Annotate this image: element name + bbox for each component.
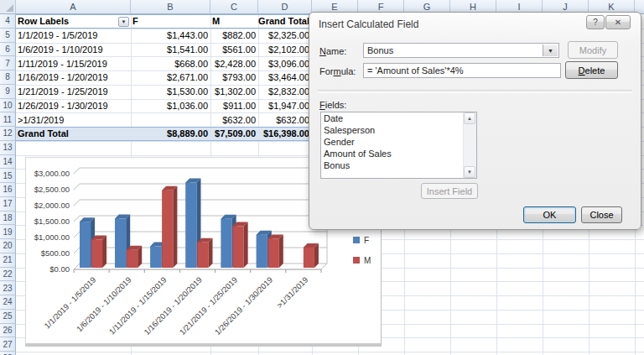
row-header-10[interactable]: 10 bbox=[0, 99, 16, 113]
pivot-header-m[interactable]: M bbox=[210, 15, 258, 28]
grand-total-total[interactable]: $16,398.00 bbox=[258, 128, 312, 140]
row-header-15[interactable]: 15 bbox=[0, 169, 16, 183]
pivot-cell-m[interactable]: $1,302.00 bbox=[210, 85, 258, 99]
listbox-scrollbar[interactable]: ▲ ▼ bbox=[463, 112, 476, 178]
pivot-row: 1/26/2019 - 1/30/2019$1,036.00$911.00$1,… bbox=[16, 99, 312, 113]
pivot-cell-total[interactable]: $632.00 bbox=[258, 112, 312, 127]
pivot-cell-f[interactable]: $1,036.00 bbox=[131, 99, 210, 113]
pivot-row-label[interactable]: >1/31/2019 bbox=[16, 112, 131, 127]
row-header-22[interactable]: 22 bbox=[0, 268, 16, 282]
pivot-header-f[interactable]: F bbox=[131, 15, 210, 28]
row-header-24[interactable]: 24 bbox=[0, 295, 16, 310]
svg-text:1/26/2019 - 1/30/2019: 1/26/2019 - 1/30/2019 bbox=[213, 275, 275, 337]
row-header-4[interactable]: 4 bbox=[0, 14, 16, 29]
pivot-cell-m[interactable]: $793.00 bbox=[210, 70, 258, 85]
row-header-28[interactable]: 28 bbox=[0, 352, 16, 355]
row-labels-text: Row Labels bbox=[18, 16, 69, 26]
formula-input[interactable]: = 'Amount of Sales'*4% bbox=[363, 63, 561, 78]
pivot-row-label[interactable]: 1/26/2019 - 1/30/2019 bbox=[16, 99, 131, 113]
row-headers: 4567891011121314151617181920212223242526… bbox=[0, 14, 16, 355]
row-header-5[interactable]: 5 bbox=[0, 29, 16, 43]
pivot-header-grand-total[interactable]: Grand Total bbox=[258, 15, 312, 28]
scroll-up-icon[interactable]: ▲ bbox=[464, 112, 475, 124]
pivot-row-label[interactable]: 1/1/2019 - 1/5/2019 bbox=[16, 29, 131, 43]
pivot-cell-total[interactable]: $2,102.00 bbox=[258, 43, 312, 57]
svg-text:1/21/2019 - 1/25/2019: 1/21/2019 - 1/25/2019 bbox=[178, 275, 240, 337]
column-header-C[interactable]: C bbox=[210, 0, 258, 14]
row-header-11[interactable]: 11 bbox=[0, 112, 16, 127]
help-icon[interactable]: ? bbox=[586, 15, 605, 29]
insert-field-button[interactable]: Insert Field bbox=[421, 183, 478, 199]
modify-button[interactable]: Modify bbox=[568, 41, 618, 59]
ok-button[interactable]: OK bbox=[523, 206, 576, 223]
row-header-16[interactable]: 16 bbox=[0, 183, 16, 197]
select-all-corner[interactable] bbox=[0, 0, 16, 14]
row-header-23[interactable]: 23 bbox=[0, 281, 16, 295]
column-header-A[interactable]: A bbox=[16, 0, 131, 14]
row-header-17[interactable]: 17 bbox=[0, 197, 16, 211]
pivot-cell-f[interactable]: $2,671.00 bbox=[131, 70, 210, 85]
pivot-cell-total[interactable]: $2,832.00 bbox=[258, 85, 312, 99]
name-label: Name: bbox=[319, 46, 346, 56]
grand-total-f[interactable]: $8,889.00 bbox=[131, 128, 210, 140]
pivot-cell-m[interactable]: $2,428.00 bbox=[210, 56, 258, 70]
pivot-cell-f[interactable]: $1,443.00 bbox=[131, 29, 210, 43]
pivot-row-label[interactable]: 1/16/2019 - 1/20/2019 bbox=[16, 70, 131, 85]
field-item-amount-of-sales[interactable]: Amount of Sales bbox=[321, 148, 464, 159]
pivot-row-label[interactable]: 1/21/2019 - 1/25/2019 bbox=[16, 85, 131, 99]
pivot-cell-total[interactable]: $3,464.00 bbox=[258, 70, 312, 85]
pivot-header-row-labels[interactable]: Row Labels ▼ bbox=[16, 15, 131, 28]
row-header-19[interactable]: 19 bbox=[0, 225, 16, 239]
pivot-cell-f[interactable]: $1,541.00 bbox=[131, 43, 210, 57]
pivot-cell-m[interactable]: $911.00 bbox=[210, 99, 258, 113]
row-header-7[interactable]: 7 bbox=[0, 56, 16, 70]
pivot-row: 1/11/2019 - 1/15/2019$668.00$2,428.00$3,… bbox=[16, 56, 312, 70]
row-header-25[interactable]: 25 bbox=[0, 310, 16, 324]
svg-text:>1/31/2019: >1/31/2019 bbox=[275, 275, 310, 311]
fields-listbox[interactable]: DateSalespersonGenderAmount of SalesBonu… bbox=[320, 112, 477, 179]
row-header-8[interactable]: 8 bbox=[0, 70, 16, 85]
row-header-20[interactable]: 20 bbox=[0, 239, 16, 253]
fields-label: Fields: bbox=[319, 100, 346, 110]
scroll-down-icon[interactable]: ▼ bbox=[464, 166, 475, 178]
row-header-12[interactable]: 12 bbox=[0, 127, 16, 141]
field-item-bonus[interactable]: Bonus bbox=[321, 159, 464, 171]
row-header-14[interactable]: 14 bbox=[0, 155, 16, 170]
row-header-13[interactable]: 13 bbox=[0, 141, 16, 155]
row-header-21[interactable]: 21 bbox=[0, 253, 16, 268]
field-item-salesperson[interactable]: Salesperson bbox=[321, 124, 464, 136]
chevron-down-icon[interactable]: ▼ bbox=[543, 44, 558, 56]
pivot-cell-total[interactable]: $1,947.00 bbox=[258, 99, 312, 113]
column-header-D[interactable]: D bbox=[258, 0, 312, 14]
delete-button[interactable]: Delete bbox=[565, 61, 618, 79]
row-header-6[interactable]: 6 bbox=[0, 43, 16, 57]
pivot-cell-m[interactable]: $561.00 bbox=[210, 43, 258, 57]
pivot-row: 1/16/2019 - 1/20/2019$2,671.00$793.00$3,… bbox=[16, 70, 312, 85]
row-header-26[interactable]: 26 bbox=[0, 324, 16, 338]
grand-total-m[interactable]: $7,509.00 bbox=[210, 128, 258, 140]
close-icon[interactable]: ✕ bbox=[605, 15, 631, 29]
svg-text:$1,000.00: $1,000.00 bbox=[34, 232, 70, 242]
pivot-cell-f[interactable]: $668.00 bbox=[131, 56, 210, 70]
field-item-gender[interactable]: Gender bbox=[321, 136, 464, 148]
row-header-9[interactable]: 9 bbox=[0, 85, 16, 99]
pivot-cell-total[interactable]: $2,325.00 bbox=[258, 29, 312, 43]
filter-dropdown-icon[interactable]: ▼ bbox=[118, 17, 129, 27]
svg-text:$0.00: $0.00 bbox=[49, 264, 70, 274]
field-item-date[interactable]: Date bbox=[321, 112, 464, 124]
pivot-cell-m[interactable]: $882.00 bbox=[210, 29, 258, 43]
row-header-18[interactable]: 18 bbox=[0, 211, 16, 226]
column-header-B[interactable]: B bbox=[131, 0, 210, 14]
svg-text:$2,500.00: $2,500.00 bbox=[34, 185, 70, 194]
svg-text:$1,500.00: $1,500.00 bbox=[34, 217, 70, 226]
row-header-27[interactable]: 27 bbox=[0, 337, 16, 352]
pivot-cell-f[interactable] bbox=[131, 112, 210, 127]
pivot-row-label[interactable]: 1/6/2019 - 1/10/2019 bbox=[16, 43, 131, 57]
name-combobox[interactable]: Bonus ▼ bbox=[363, 43, 559, 58]
pivot-cell-f[interactable]: $1,530.00 bbox=[131, 85, 210, 99]
close-button[interactable]: Close bbox=[581, 206, 622, 223]
pivot-cell-m[interactable]: $632.00 bbox=[210, 112, 258, 127]
grand-total-label[interactable]: Grand Total bbox=[16, 128, 131, 140]
pivot-row-label[interactable]: 1/11/2019 - 1/15/2019 bbox=[16, 56, 131, 70]
pivot-cell-total[interactable]: $3,096.00 bbox=[258, 56, 312, 70]
